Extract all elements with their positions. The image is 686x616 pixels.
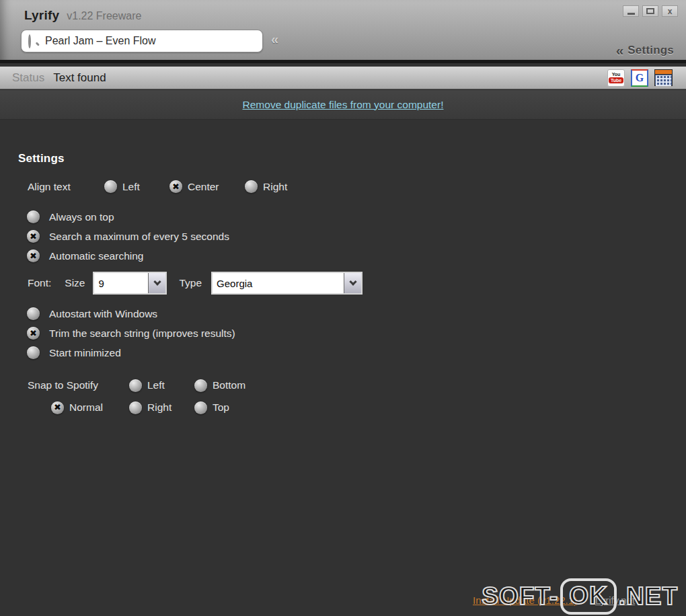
app-version: v1.22 Freeware: [67, 10, 141, 22]
options-group-1: ✖ Always on top ✖ Search a maximum of ev…: [27, 207, 686, 266]
snap-top-label: Top: [213, 401, 229, 414]
snap-left-radio[interactable]: ✖ Left: [129, 379, 194, 392]
youtube-icon-top: You: [612, 72, 621, 77]
radio-icon: ✖: [129, 401, 142, 414]
align-center-radio[interactable]: ✖ Center: [169, 180, 245, 193]
option-label: Always on top: [49, 211, 114, 223]
search-icon: [28, 36, 39, 46]
option-label: Trim the search string (improves results…: [49, 328, 235, 340]
maximize-button[interactable]: [642, 5, 658, 17]
option-label: Autostart with Windows: [49, 308, 157, 320]
checkbox-icon: ✖: [27, 307, 40, 320]
align-left-radio[interactable]: ✖ Left: [104, 180, 169, 193]
snap-row-2: ✖ Normal ✖ Right ✖ Top: [51, 397, 686, 418]
radio-icon: ✖: [129, 379, 142, 392]
minimize-icon: [627, 13, 635, 15]
option-label: Automatic searching: [49, 250, 143, 262]
radio-icon: ✖: [194, 379, 207, 392]
snap-normal-radio[interactable]: ✖ Normal: [51, 401, 129, 414]
snap-top-radio[interactable]: ✖ Top: [194, 401, 686, 414]
snap-bottom-label: Bottom: [213, 379, 245, 391]
snap-right-radio[interactable]: ✖ Right: [129, 401, 194, 414]
calculator-icon-topbar: [655, 70, 672, 75]
font-type-select[interactable]: Georgia: [211, 272, 363, 295]
checkbox-icon: ✖: [27, 249, 40, 262]
option-always-on-top[interactable]: ✖ Always on top: [27, 207, 686, 227]
align-right-radio[interactable]: ✖ Right: [245, 180, 287, 193]
snap-left-label: Left: [147, 379, 165, 391]
calculator-icon-grid: [656, 75, 671, 86]
title-bar: Lyrify v1.22 Freeware x Pearl Jam – Even…: [0, 0, 686, 63]
status-label: Status: [12, 71, 44, 85]
promo-bar: Remove duplicate files from your compute…: [0, 90, 686, 120]
option-automatic-searching[interactable]: ✖ Automatic searching: [27, 246, 686, 266]
font-type-value: Georgia: [213, 273, 344, 293]
radio-icon: ✖: [194, 401, 207, 414]
calculator-icon[interactable]: [654, 69, 673, 86]
option-search-interval[interactable]: ✖ Search a maximum of every 5 seconds: [27, 227, 686, 246]
search-value: Pearl Jam – Even Flow: [45, 35, 156, 47]
align-center-label: Center: [188, 181, 219, 193]
option-label: Search a maximum of every 5 seconds: [49, 231, 229, 243]
window-controls: x: [623, 5, 678, 17]
lyrify-site-link[interactable]: Lyrify.net: [595, 594, 635, 606]
align-right-label: Right: [263, 181, 287, 193]
align-left-label: Left: [122, 181, 140, 193]
radio-icon: ✖: [245, 180, 258, 193]
app-title-row: Lyrify v1.22 Freeware: [24, 8, 141, 23]
snap-right-label: Right: [147, 401, 172, 414]
checkbox-icon: ✖: [27, 210, 40, 223]
search-input[interactable]: Pearl Jam – Even Flow: [21, 30, 263, 52]
youtube-icon[interactable]: You Tube: [607, 69, 625, 87]
chevron-down-icon: [153, 278, 161, 285]
collapse-search-button[interactable]: «: [271, 32, 278, 47]
chevron-down-icon: [349, 278, 356, 285]
option-label: Start minimized: [49, 347, 121, 359]
font-size-select[interactable]: 9: [93, 272, 167, 295]
snap-normal-label: Normal: [69, 401, 103, 414]
checkbox-icon: ✖: [27, 327, 40, 340]
align-text-row: Align text ✖ Left ✖ Center ✖ Right: [28, 180, 686, 193]
google-icon-letter: G: [636, 73, 644, 83]
app-title: Lyrify: [24, 8, 59, 23]
font-type-dropdown-button[interactable]: [344, 273, 361, 293]
minimize-button[interactable]: [623, 5, 639, 17]
install-update-link[interactable]: Install Update (v1.22.1): [473, 594, 577, 606]
settings-heading: Settings: [18, 152, 686, 165]
footer: Install Update (v1.22.1) Lyrify.net: [0, 594, 686, 611]
settings-nav-link[interactable]: « Settings: [616, 43, 674, 57]
font-size-value: 9: [94, 273, 148, 293]
radio-icon: ✖: [104, 180, 117, 193]
google-icon[interactable]: G: [631, 69, 648, 87]
maximize-icon: [646, 8, 654, 14]
remove-duplicates-link[interactable]: Remove duplicate files from your compute…: [243, 99, 444, 111]
radio-icon: ✖: [169, 180, 182, 193]
settings-panel: Settings Align text ✖ Left ✖ Center ✖ Ri…: [0, 120, 686, 616]
option-start-minimized[interactable]: ✖ Start minimized: [27, 343, 686, 362]
youtube-icon-bottom: Tube: [609, 77, 623, 83]
font-label: Font:: [28, 277, 51, 289]
options-group-2: ✖ Autostart with Windows ✖ Trim the sear…: [27, 304, 686, 362]
option-trim-search[interactable]: ✖ Trim the search string (improves resul…: [27, 323, 686, 343]
close-icon: x: [668, 7, 673, 15]
settings-nav-label: Settings: [627, 44, 674, 57]
font-size-label: Size: [65, 277, 85, 289]
snap-row-1: Snap to Spotify ✖ Left ✖ Bottom: [28, 375, 686, 395]
status-value: Text found: [53, 71, 106, 85]
snap-bottom-radio[interactable]: ✖ Bottom: [194, 379, 686, 392]
snap-label: Snap to Spotify: [28, 379, 129, 391]
status-icons: You Tube G: [607, 69, 673, 87]
option-autostart[interactable]: ✖ Autostart with Windows: [27, 304, 686, 323]
font-type-label: Type: [179, 277, 202, 289]
status-bar: Status Text found You Tube G: [0, 67, 686, 89]
checkbox-icon: ✖: [27, 346, 40, 359]
align-text-label: Align text: [28, 181, 104, 193]
radio-icon: ✖: [51, 401, 64, 414]
font-row: Font: Size 9 Type Georgia: [28, 272, 686, 295]
back-chevron-icon: «: [616, 43, 624, 57]
font-size-dropdown-button[interactable]: [148, 273, 165, 293]
checkbox-icon: ✖: [27, 230, 40, 243]
close-button[interactable]: x: [662, 5, 678, 17]
